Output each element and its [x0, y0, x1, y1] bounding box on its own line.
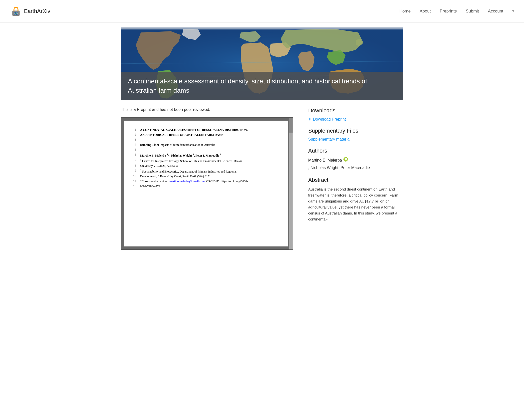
pdf-scrollbar-thumb[interactable]	[289, 118, 293, 133]
logo-text: EarthArXiv	[24, 8, 50, 14]
pdf-line-6: 6 Martino E. Malerba 1*, Nicholas Wright…	[132, 153, 280, 158]
hero-title: A continental-scale assessment of densit…	[128, 77, 367, 94]
svg-rect-6	[121, 27, 403, 29]
preprint-notice: This is a Preprint and has not been peer…	[121, 107, 293, 112]
pdf-line-5: 5	[132, 148, 280, 152]
logo-area[interactable]: EarthArXiv	[10, 5, 50, 17]
orcid-badge[interactable]: iD	[343, 157, 348, 162]
pdf-line-2: 2 AND HISTORICAL TRENDS OF AUSTRALIAN FA…	[132, 133, 280, 137]
nav-account[interactable]: Account	[488, 9, 503, 14]
svg-point-2	[15, 13, 17, 14]
authors-text: Martino E. Malerba iD , Nicholas Wright,…	[308, 157, 403, 171]
svg-point-3	[14, 13, 15, 14]
right-column: Downloads ⬇ Download Preprint Supplement…	[298, 100, 403, 250]
hero-title-overlay: A continental-scale assessment of densit…	[121, 72, 403, 100]
main-content: This is a Preprint and has not been peer…	[116, 100, 408, 250]
nav-preprints[interactable]: Preprints	[440, 9, 457, 14]
pdf-line-12: 12 0002-7480-4779	[132, 185, 280, 189]
supplementary-material-link[interactable]: Supplementary material	[308, 137, 403, 142]
logo-icon	[10, 5, 22, 17]
pdf-line-3: 3	[132, 138, 280, 142]
authors-heading: Authors	[308, 148, 403, 154]
pdf-line-11: 11 *Corresponding author: martino.malerb…	[132, 180, 280, 184]
downloads-heading: Downloads	[308, 107, 403, 114]
pdf-line-4: 4 Running Title: Impacts of farm dam urb…	[132, 143, 280, 147]
pdf-viewer[interactable]: 1 A CONTINENTAL-SCALE ASSESSMENT OF DENS…	[121, 117, 293, 250]
pdf-line-7: 7 1 Centre for Integrative Ecology, Scho…	[132, 159, 280, 163]
pdf-line-10: 10 Development, 3 Baron-Hay Court, South…	[132, 175, 280, 179]
nav-submit[interactable]: Submit	[466, 9, 479, 14]
nav-home[interactable]: Home	[399, 9, 411, 14]
chevron-down-icon[interactable]: ▾	[512, 9, 514, 13]
nav: Home About Preprints Submit Account ▾	[399, 9, 514, 14]
author-name-2: , Nicholas Wright, Peter Macreadie	[308, 165, 370, 171]
author-name-1: Martino E. Malerba	[308, 157, 342, 164]
pdf-content: 1 A CONTINENTAL-SCALE ASSESSMENT OF DENS…	[124, 121, 288, 246]
nav-about[interactable]: About	[420, 9, 431, 14]
abstract-heading: Abstract	[308, 177, 403, 183]
hero-banner: A continental-scale assessment of densit…	[121, 27, 403, 100]
download-preprint-link[interactable]: ⬇ Download Preprint	[308, 117, 403, 122]
pdf-scrollbar[interactable]	[289, 118, 293, 249]
download-icon: ⬇	[308, 117, 311, 122]
abstract-text: Australia is the second driest continent…	[308, 186, 403, 222]
pdf-line-9: 9 2 Sustainability and Biosecurity, Depa…	[132, 169, 280, 174]
pdf-line-1: 1 A CONTINENTAL-SCALE ASSESSMENT OF DENS…	[132, 128, 280, 132]
supplementary-files-heading: Supplementary Files	[308, 128, 403, 134]
left-column: This is a Preprint and has not been peer…	[121, 100, 298, 250]
pdf-line-8: 8 University VIC 3125, Australia	[132, 164, 280, 168]
header: EarthArXiv Home About Preprints Submit A…	[0, 0, 524, 22]
